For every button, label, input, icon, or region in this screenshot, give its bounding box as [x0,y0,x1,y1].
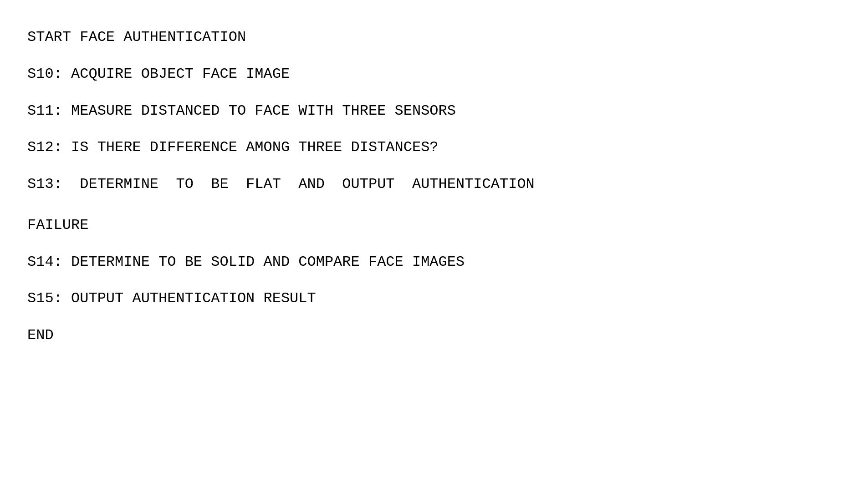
line-s15: S15: OUTPUT AUTHENTICATION RESULT [27,289,841,309]
line-s11: S11: MEASURE DISTANCED TO FACE WITH THRE… [27,101,841,122]
line-s12: S12: IS THERE DIFFERENCE AMONG THREE DIS… [27,137,841,158]
line-s14: S14: DETERMINE TO BE SOLID AND COMPARE F… [27,252,841,273]
line-s10: S10: ACQUIRE OBJECT FACE IMAGE [27,64,841,85]
line-s13: S13: DETERMINE TO BE FLAT AND OUTPUT AUT… [27,174,841,235]
line-end: END [27,325,841,346]
line-start: START FACE AUTHENTICATION [27,27,841,48]
main-content: START FACE AUTHENTICATION S10: ACQUIRE O… [27,27,841,346]
